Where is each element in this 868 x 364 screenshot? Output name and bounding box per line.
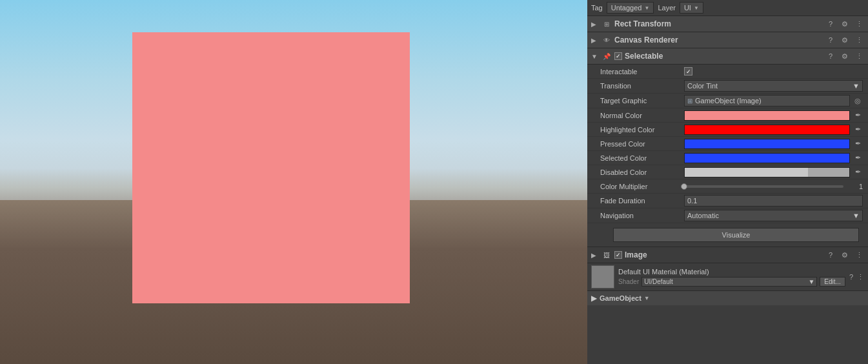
highlighted-color-label: Highlighted Color xyxy=(600,126,684,134)
shader-dropdown-value: UI/Default xyxy=(644,278,672,285)
gameobject-label: GameObject xyxy=(600,294,641,302)
rect-transform-icon: ⊞ xyxy=(601,19,612,29)
color-multiplier-value: 1 xyxy=(684,183,863,190)
shader-edit-button[interactable]: Edit... xyxy=(820,277,845,287)
normal-color-bar[interactable] xyxy=(684,110,850,121)
material-more-icon[interactable]: ⋮ xyxy=(857,273,864,281)
canvas-renderer-eye-icon: 👁 xyxy=(601,35,612,45)
image-enabled-checkbox[interactable]: ✓ xyxy=(614,251,622,259)
pressed-color-row: Pressed Color ✒ xyxy=(587,137,868,151)
fade-duration-value xyxy=(684,195,863,207)
highlighted-color-bar-container: ✒ xyxy=(684,125,863,135)
navigation-dropdown-value: Automatic xyxy=(687,212,719,219)
canvas-renderer-settings-icon[interactable]: ⚙ xyxy=(840,36,850,45)
selectable-enabled-checkbox[interactable]: ✓ xyxy=(614,52,622,60)
target-graphic-field[interactable]: ⊞ GameObject (Image) xyxy=(684,95,850,106)
canvas-renderer-header[interactable]: ▶ 👁 Canvas Renderer ? ⚙ ⋮ xyxy=(587,32,868,48)
disabled-color-label: Disabled Color xyxy=(600,168,684,176)
selected-color-eyedropper-icon[interactable]: ✒ xyxy=(853,153,863,163)
navigation-dropdown-arrow-icon: ▼ xyxy=(853,212,860,219)
transition-value: Color Tint ▼ xyxy=(684,80,863,92)
pressed-color-eyedropper-icon[interactable]: ✒ xyxy=(853,139,863,149)
target-graphic-field-value: GameObject (Image) xyxy=(695,97,762,105)
target-graphic-value: ⊞ GameObject (Image) ◎ xyxy=(684,95,863,106)
layer-arrow-icon: ▼ xyxy=(694,5,699,11)
gameobject-expand-icon: ▶ xyxy=(591,294,597,303)
layer-dropdown[interactable]: UI ▼ xyxy=(680,2,703,14)
selected-color-label: Selected Color xyxy=(600,154,684,162)
tag-dropdown[interactable]: Untagged ▼ xyxy=(607,2,654,14)
normal-color-eyedropper-icon[interactable]: ✒ xyxy=(853,110,863,121)
target-graphic-label: Target Graphic xyxy=(600,97,684,105)
highlighted-color-eyedropper-icon[interactable]: ✒ xyxy=(853,125,863,135)
shader-dropdown[interactable]: UI/Default ▼ xyxy=(641,277,817,287)
canvas-renderer-expand-icon: ▶ xyxy=(591,37,599,44)
selectable-help-icon[interactable]: ? xyxy=(825,52,836,60)
navigation-row: Navigation Automatic ▼ xyxy=(587,208,868,223)
selectable-pin-icon: 📌 xyxy=(601,51,612,61)
color-multiplier-track[interactable] xyxy=(684,185,843,188)
selectable-expand-icon: ▼ xyxy=(591,53,599,60)
selectable-properties: Interactable ✓ Transition Color Tint ▼ T… xyxy=(587,65,868,223)
transition-dropdown[interactable]: Color Tint ▼ xyxy=(684,80,863,92)
viewport xyxy=(0,0,587,364)
pressed-color-bar[interactable] xyxy=(684,139,850,149)
target-graphic-object-icon: ⊞ xyxy=(687,97,692,105)
image-check-icon: ✓ xyxy=(616,252,621,258)
rect-transform-actions: ? ⚙ ⋮ xyxy=(825,20,864,28)
selectable-check-icon: ✓ xyxy=(616,53,621,59)
highlighted-color-bar[interactable] xyxy=(684,125,850,135)
layer-value: UI xyxy=(684,4,691,12)
shader-dropdown-arrow-icon: ▼ xyxy=(808,278,814,285)
fade-duration-label: Fade Duration xyxy=(600,197,684,205)
selectable-settings-icon[interactable]: ⚙ xyxy=(840,52,850,61)
rect-transform-header[interactable]: ▶ ⊞ Rect Transform ? ⚙ ⋮ xyxy=(587,16,868,32)
image-component-icon: 🖼 xyxy=(601,250,612,260)
selectable-header[interactable]: ▼ 📌 ✓ Selectable ? ⚙ ⋮ xyxy=(587,48,868,65)
image-help-icon[interactable]: ? xyxy=(825,251,836,259)
image-actions: ? ⚙ ⋮ xyxy=(825,251,864,259)
color-multiplier-label: Color Multiplier xyxy=(600,183,684,190)
material-help-icon[interactable]: ? xyxy=(849,273,853,281)
interactable-check-icon: ✓ xyxy=(686,68,691,75)
canvas-renderer-actions: ? ⚙ ⋮ xyxy=(825,36,864,45)
disabled-color-bar[interactable] xyxy=(684,167,850,177)
fade-duration-row: Fade Duration xyxy=(587,194,868,208)
selected-color-row: Selected Color ✒ xyxy=(587,151,868,165)
selected-color-value: ✒ xyxy=(684,153,863,163)
selected-color-bar-container: ✒ xyxy=(684,153,863,163)
shader-label: Shader xyxy=(618,278,639,285)
image-header[interactable]: ▶ 🖼 ✓ Image ? ⚙ ⋮ xyxy=(587,247,868,263)
color-multiplier-thumb[interactable] xyxy=(681,183,687,190)
normal-color-row: Normal Color ✒ xyxy=(587,108,868,123)
navigation-dropdown[interactable]: Automatic ▼ xyxy=(684,210,863,221)
disabled-color-eyedropper-icon[interactable]: ✒ xyxy=(853,167,863,177)
selectable-actions: ? ⚙ ⋮ xyxy=(825,52,864,61)
rect-transform-more-icon[interactable]: ⋮ xyxy=(854,20,864,28)
rect-transform-help-icon[interactable]: ? xyxy=(825,20,836,28)
color-multiplier-number: 1 xyxy=(847,183,863,190)
gameobject-row[interactable]: ▶ GameObject ▼ xyxy=(587,291,868,305)
canvas-renderer-more-icon[interactable]: ⋮ xyxy=(854,36,864,45)
fade-duration-input[interactable] xyxy=(684,195,863,207)
tag-arrow-icon: ▼ xyxy=(644,5,649,11)
canvas-renderer-title: Canvas Renderer xyxy=(614,35,823,45)
normal-color-label: Normal Color xyxy=(600,112,684,119)
normal-color-bar-container: ✒ xyxy=(684,110,863,121)
transition-row: Transition Color Tint ▼ xyxy=(587,79,868,94)
canvas-renderer-help-icon[interactable]: ? xyxy=(825,36,836,44)
disabled-color-bar-container: ✒ xyxy=(684,167,863,177)
target-graphic-row: Target Graphic ⊞ GameObject (Image) ◎ xyxy=(587,94,868,108)
selected-color-bar[interactable] xyxy=(684,153,850,163)
rect-transform-settings-icon[interactable]: ⚙ xyxy=(840,20,850,28)
material-preview-thumbnail xyxy=(591,265,614,288)
pressed-color-bar-container: ✒ xyxy=(684,139,863,149)
image-more-icon[interactable]: ⋮ xyxy=(854,251,864,259)
selectable-more-icon[interactable]: ⋮ xyxy=(854,52,864,61)
image-settings-icon[interactable]: ⚙ xyxy=(840,251,850,259)
interactable-checkbox[interactable]: ✓ xyxy=(684,67,692,76)
visualize-row: Visualize xyxy=(587,223,868,247)
target-graphic-picker-icon[interactable]: ◎ xyxy=(853,96,863,106)
interactable-label: Interactable xyxy=(600,68,684,76)
visualize-button[interactable]: Visualize xyxy=(613,228,859,242)
